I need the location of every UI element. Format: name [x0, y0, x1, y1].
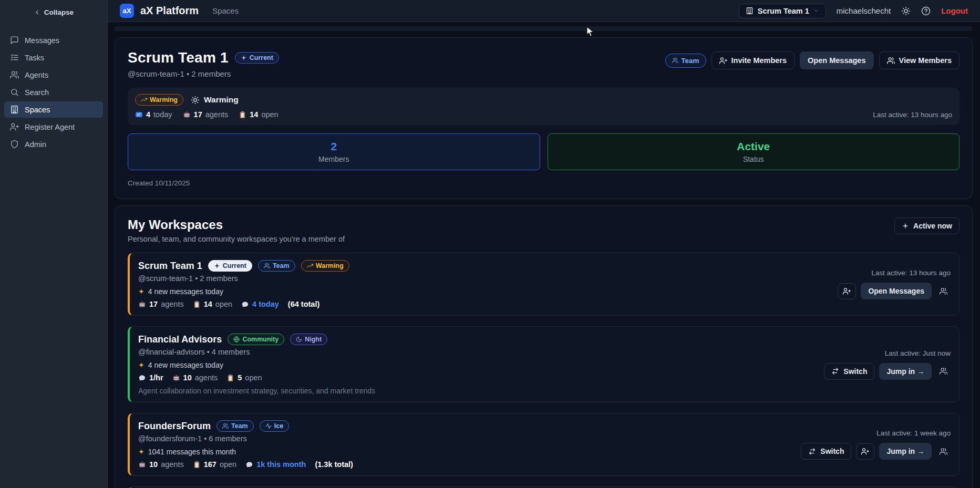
badge-night: Night: [290, 334, 327, 345]
workspace-highlight: ✦4 new messages today: [138, 361, 375, 369]
sidebar-item-search[interactable]: Search: [4, 84, 103, 100]
chat-mini-icon: [138, 374, 146, 382]
space-subtitle: @scrum-team-1 • 2 members: [128, 69, 279, 78]
collapse-sidebar-button[interactable]: Collapse: [34, 8, 74, 16]
badge-label: Team: [231, 422, 248, 430]
users-icon: [940, 448, 947, 455]
stat-value: 10: [183, 373, 192, 382]
invite-members-button[interactable]: Invite Members: [711, 51, 795, 69]
users-icon: [887, 57, 895, 65]
badge-label: Ice: [274, 422, 283, 430]
sidebar-item-register-agent[interactable]: Register Agent: [4, 119, 103, 135]
badge-label: Team: [273, 262, 290, 269]
users-icon: [222, 423, 229, 429]
collapse-label: Collapse: [44, 8, 74, 16]
workspace-row[interactable]: FoundersForumTeamIce@foundersforum-1 • 6…: [128, 413, 960, 476]
sparkles-icon: ✦: [138, 448, 145, 456]
sidebar-item-label: Messages: [25, 36, 59, 45]
stat-label: agents: [161, 300, 184, 308]
badge-label: Warming: [316, 262, 344, 269]
breadcrumb[interactable]: Spaces: [212, 6, 239, 15]
button-label: Jump in →: [886, 367, 924, 376]
last-active: Last active: 13 hours ago: [873, 111, 952, 119]
active-now-button[interactable]: Active now: [894, 217, 960, 234]
badge-current: Current: [235, 52, 279, 64]
help-icon[interactable]: [921, 6, 931, 16]
switch-button[interactable]: Switch: [824, 363, 874, 380]
topbar-right: Scrum Team 1 michaelschecht Logout: [739, 4, 968, 18]
sidebar-item-label: Admin: [25, 140, 46, 149]
button-label: Jump in →: [886, 447, 924, 455]
logout-button[interactable]: Logout: [941, 6, 968, 15]
stat-item: 4 today: [241, 300, 279, 308]
sidebar: Collapse Messages Tasks Agents Search Sp…: [0, 0, 108, 488]
sidebar-item-messages[interactable]: Messages: [4, 32, 103, 48]
view-members-button[interactable]: View Members: [879, 51, 960, 69]
workspace-info: Financial AdvisorsCommunityNight@financi…: [138, 334, 375, 395]
jump-in-button[interactable]: Jump in →: [879, 363, 932, 380]
trend-up-icon: [307, 263, 313, 269]
sparkles-icon: ✦: [138, 287, 145, 296]
message-icon: [135, 111, 143, 119]
workspace-highlight: ✦4 new messages today: [138, 287, 349, 296]
stat-item: 10agents: [172, 373, 218, 382]
brand: aX aX Platform: [120, 4, 199, 18]
workspace-handle: @financial-advisors • 4 members: [138, 348, 375, 356]
stat-value: 14: [204, 300, 212, 308]
last-active: Last active: 1 week ago: [876, 429, 951, 437]
workspace-actions-column: Last active: Just nowSwitchJump in →: [824, 334, 951, 395]
stat-value: 17: [149, 300, 158, 308]
sidebar-item-admin[interactable]: Admin: [4, 136, 103, 152]
stat-value: 1/hr: [149, 373, 163, 382]
jump-in-button[interactable]: Jump in →: [879, 443, 932, 460]
warming-status: Warming: [191, 95, 239, 105]
page-title: Scrum Team 1: [128, 49, 229, 66]
space-actions: Team Invite Members Open Messages View M…: [665, 51, 960, 69]
scrolled-card-edge: [115, 26, 973, 31]
status-stat-card: Active Status: [548, 133, 960, 170]
last-active: Last active: 13 hours ago: [871, 269, 951, 277]
space-stats-box: Warming Warming 4today: [128, 88, 960, 125]
sidebar-item-tasks[interactable]: Tasks: [4, 49, 103, 66]
sparkle-icon: [241, 55, 247, 61]
open-messages-button[interactable]: Open Messages: [861, 283, 932, 299]
search-icon: [10, 88, 19, 97]
theme-toggle-sun-icon[interactable]: [901, 6, 911, 16]
main-area: aX aX Platform Spaces Scrum Team 1 micha…: [108, 0, 980, 488]
trend-up-icon: [141, 97, 147, 103]
switch-button[interactable]: Switch: [801, 443, 851, 460]
members-stat-card: 2 Members: [128, 133, 540, 170]
section-subtitle: Personal, team, and community workspaces…: [128, 235, 345, 243]
swap-icon: [808, 448, 816, 455]
team-switcher[interactable]: Scrum Team 1: [739, 4, 826, 18]
stat-item: 1/hr: [138, 373, 163, 382]
stat-value: 4 today: [252, 300, 279, 308]
members-button[interactable]: [936, 283, 951, 299]
sidebar-item-spaces[interactable]: Spaces: [4, 101, 103, 118]
chat-mini-icon: [241, 300, 249, 308]
members-button[interactable]: [936, 443, 951, 460]
sparkle-icon: [214, 263, 220, 269]
badge-warming: Warming: [135, 94, 183, 106]
stat-item: (1.3k total): [315, 460, 353, 469]
building-icon: [746, 7, 754, 15]
sidebar-nav: Messages Tasks Agents Search Spaces Regi…: [0, 32, 107, 152]
badge-team: Team: [258, 260, 295, 272]
add-member-button[interactable]: [856, 443, 874, 460]
users-icon: [672, 57, 678, 64]
button-label: Open Messages: [868, 287, 924, 295]
robot-mini-icon: [138, 300, 146, 308]
shield-icon: [10, 140, 19, 149]
last-active: Last active: Just now: [885, 349, 951, 357]
stat-label: agents: [195, 373, 218, 382]
sidebar-item-agents[interactable]: Agents: [4, 67, 103, 83]
members-button[interactable]: [936, 363, 951, 379]
robot-icon: [183, 111, 191, 119]
open-messages-button[interactable]: Open Messages: [800, 51, 873, 69]
stat-item: 17agents: [138, 300, 184, 308]
workspace-row[interactable]: Financial AdvisorsCommunityNight@financi…: [128, 326, 960, 402]
sidebar-item-label: Tasks: [25, 54, 44, 62]
add-member-button[interactable]: [838, 283, 856, 299]
sidebar-item-label: Register Agent: [25, 123, 75, 131]
workspace-row[interactable]: Scrum Team 1CurrentTeamWarming@scrum-tea…: [128, 253, 960, 316]
